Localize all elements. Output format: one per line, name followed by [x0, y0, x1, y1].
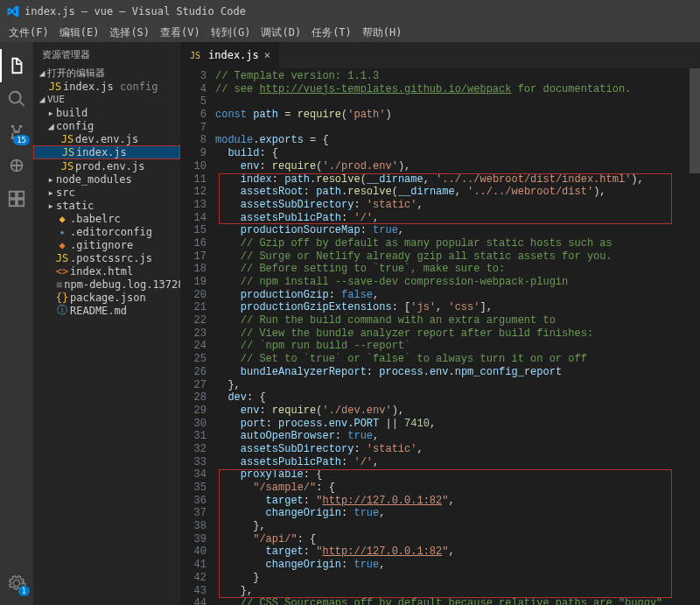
scrollbar-thumb[interactable] — [690, 68, 700, 173]
folder-build[interactable]: ▸build — [33, 106, 180, 119]
files-icon — [7, 56, 26, 75]
menu-view[interactable]: 查看(V) — [157, 24, 204, 42]
file-prod-env[interactable]: JSprod.env.js — [33, 159, 180, 172]
bug-icon — [7, 156, 26, 175]
code-editor[interactable]: 3456789101112131415161718192021222324252… — [180, 68, 700, 605]
menubar[interactable]: 文件(F) 编辑(E) 选择(S) 查看(V) 转到(G) 调试(D) 任务(T… — [0, 23, 700, 42]
file-postcssrc[interactable]: JS.postcssrc.js — [33, 251, 180, 264]
close-icon[interactable]: × — [264, 49, 270, 61]
menu-select[interactable]: 选择(S) — [106, 24, 153, 42]
folder-static[interactable]: ▸static — [33, 199, 180, 212]
tab-bar[interactable]: JS index.js × — [180, 42, 700, 68]
babel-icon: ◆ — [56, 213, 68, 225]
tab-index-js[interactable]: JS index.js × — [180, 42, 279, 68]
folder-node-modules[interactable]: ▸node_modules — [33, 172, 180, 186]
annotation-highlight-box — [219, 173, 672, 225]
vertical-scrollbar[interactable] — [690, 68, 700, 605]
js-icon: JS — [62, 146, 74, 158]
window-title: index.js — vue — Visual Studio Code — [24, 5, 246, 18]
js-icon: JS — [61, 160, 74, 172]
window-titlebar: index.js — vue — Visual Studio Code — [0, 0, 700, 23]
search-icon — [7, 89, 26, 109]
file-gitignore[interactable]: ◆.gitignore — [33, 238, 180, 251]
sidebar-explorer: 资源管理器 ◢打开的编辑器 JSindex.js config ◢VUE ▸bu… — [33, 42, 180, 605]
annotation-highlight-box — [219, 469, 672, 598]
git-icon: ◆ — [56, 239, 68, 251]
js-icon: JS — [49, 81, 61, 93]
tab-label: index.js — [208, 49, 259, 61]
file-dev-env[interactable]: JSdev.env.js — [33, 132, 180, 145]
log-icon: ≡ — [56, 278, 62, 291]
menu-edit[interactable]: 编辑(E) — [56, 24, 103, 42]
file-editorconfig[interactable]: ✦.editorconfig — [33, 225, 180, 238]
html-icon: <> — [56, 265, 68, 278]
vscode-logo-icon — [7, 5, 19, 18]
section-project[interactable]: ◢VUE — [33, 93, 180, 106]
activity-search[interactable] — [0, 82, 33, 116]
menu-tasks[interactable]: 任务(T) — [308, 24, 355, 42]
json-icon: {} — [56, 292, 68, 304]
file-readme[interactable]: ⓘREADME.md — [33, 304, 180, 317]
settings-badge: 1 — [18, 586, 30, 596]
menu-goto[interactable]: 转到(G) — [207, 24, 255, 42]
menu-help[interactable]: 帮助(H) — [359, 24, 406, 42]
file-index-js[interactable]: JSindex.js — [33, 145, 180, 159]
menu-file[interactable]: 文件(F) — [5, 24, 52, 42]
file-index-html[interactable]: <>index.html — [33, 264, 180, 278]
file-npm-debug[interactable]: ≡npm-debug.log.137286158 — [33, 278, 180, 291]
folder-config[interactable]: ◢config — [33, 119, 180, 132]
editor-group: JS index.js × 34567891011121314151617181… — [180, 42, 700, 605]
sidebar-title: 资源管理器 — [33, 42, 180, 67]
code-content[interactable]: // Template version: 1.1.3// see http://… — [215, 68, 690, 605]
menu-debug[interactable]: 调试(D) — [257, 24, 304, 42]
js-icon: JS — [56, 252, 68, 264]
readme-icon: ⓘ — [56, 303, 68, 317]
line-number-gutter: 3456789101112131415161718192021222324252… — [180, 68, 215, 605]
open-editor-item[interactable]: JSindex.js config — [33, 80, 180, 93]
config-icon: ✦ — [56, 226, 68, 238]
file-babelrc[interactable]: ◆.babelrc — [33, 212, 180, 225]
js-icon: JS — [189, 51, 201, 60]
js-icon: JS — [61, 133, 74, 145]
activity-settings[interactable]: 1 — [0, 566, 33, 600]
activitybar: 15 1 — [0, 42, 33, 605]
activity-debug[interactable] — [0, 149, 33, 182]
file-package-json[interactable]: {}package.json — [33, 291, 180, 304]
activity-scm[interactable]: 15 — [0, 116, 33, 149]
scm-badge: 15 — [13, 135, 30, 145]
folder-src[interactable]: ▸src — [33, 186, 180, 199]
activity-extensions[interactable] — [0, 182, 33, 215]
activity-explorer[interactable] — [0, 49, 33, 82]
extensions-icon — [7, 189, 26, 208]
section-open-editors[interactable]: ◢打开的编辑器 — [33, 67, 180, 80]
